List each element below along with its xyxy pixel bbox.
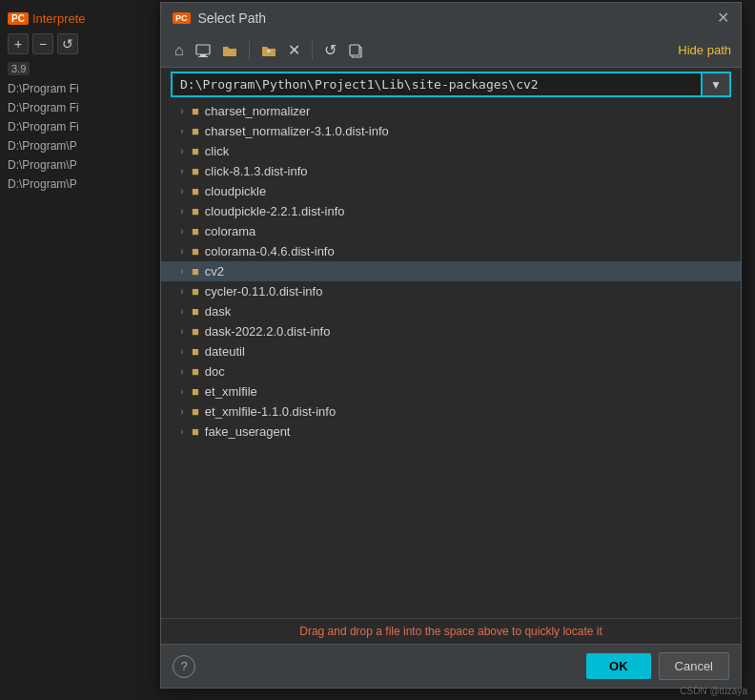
folder-icon: ■ [192,284,199,299]
new-folder-button[interactable]: + [257,42,280,59]
expand-arrow-icon: › [176,386,188,397]
file-list-item[interactable]: ›■cloudpickle-2.2.1.dist-info [161,201,741,221]
file-item-name: click-8.1.3.dist-info [205,164,308,178]
desktop-button[interactable] [192,42,214,59]
folder-icon: ■ [192,164,199,178]
expand-arrow-icon: › [176,426,188,437]
left-list-item[interactable]: D:\Program\P [0,175,153,194]
expand-arrow-icon: › [176,246,188,257]
folder-icon: ■ [192,224,199,238]
file-list-item[interactable]: ›■colorama-0.4.6.dist-info [161,241,741,261]
expand-arrow-icon: › [176,126,188,136]
expand-arrow-icon: › [176,146,188,156]
file-list-item[interactable]: ›■et_xmlfile-1.1.0.dist-info [161,401,741,422]
ok-button[interactable]: OK [586,653,651,679]
file-list-item[interactable]: ›■dateutil [161,341,741,361]
expand-arrow-icon: › [176,166,188,176]
folder-icon: ■ [192,184,199,198]
folder-icon: ■ [192,404,199,419]
left-list-item[interactable]: D:\Program\P [0,155,153,175]
dialog-title: Select Path [198,10,709,26]
file-item-name: dask [205,304,231,319]
left-panel-title: Interprete [32,11,86,26]
file-item-name: dask-2022.2.0.dist-info [205,324,331,339]
left-list-item[interactable]: D:\Program Fi [0,79,153,98]
home-button[interactable]: ⌂ [171,40,188,61]
file-item-name: cycler-0.11.0.dist-info [205,284,323,299]
file-item-name: colorama-0.4.6.dist-info [205,244,335,258]
file-item-name: click [205,144,229,158]
folder-icon: ■ [192,304,199,319]
file-item-name: et_xmlfile-1.1.0.dist-info [205,404,336,419]
file-item-name: et_xmlfile [205,384,257,399]
file-list-item[interactable]: ›■dask [161,301,741,321]
file-list-item[interactable]: ›■cv2 [161,261,741,281]
folder-icon: ■ [192,144,199,158]
folder-icon: ■ [192,104,199,118]
expand-arrow-icon: › [176,186,188,196]
file-list-item[interactable]: ›■charset_normalizer-3.1.0.dist-info [161,121,741,141]
file-list-item[interactable]: ›■charset_normalizer [161,101,741,121]
expand-arrow-icon: › [176,266,188,277]
expand-arrow-icon: › [176,226,188,237]
svg-text:+: + [266,47,271,56]
file-list-item[interactable]: ›■colorama [161,221,741,241]
hide-path-button[interactable]: Hide path [678,43,731,57]
expand-arrow-icon: › [176,326,188,337]
svg-rect-0 [196,45,210,54]
folder-icon: ■ [192,364,199,379]
watermark: CSDN @tuzaya [680,686,747,696]
folder-icon: ■ [192,244,199,258]
expand-arrow-icon: › [176,406,188,417]
expand-arrow-icon: › [176,286,188,297]
expand-arrow-icon: › [176,366,188,377]
svg-rect-1 [200,54,206,56]
path-bar: ▼ [161,68,741,101]
svg-rect-2 [198,56,208,57]
close-button[interactable]: ✕ [717,10,729,26]
file-item-name: charset_normalizer-3.1.0.dist-info [205,124,389,138]
folder-icon: ■ [192,324,199,339]
folder-icon: ■ [192,344,199,359]
file-list-item[interactable]: ›■cloudpickle [161,181,741,201]
file-list-item[interactable]: ›■click [161,141,741,161]
file-list: ›■charset_normalizer›■charset_normalizer… [161,101,741,618]
folder-icon: ■ [192,384,199,399]
file-item-name: fake_useragent [205,424,291,439]
left-list-item[interactable]: D:\Program Fi [0,117,153,136]
path-dropdown-button[interactable]: ▼ [703,72,731,97]
file-item-name: colorama [205,224,255,238]
pc-badge: PC [8,12,29,25]
expand-arrow-icon: › [176,346,188,357]
dialog-icon: PC [173,12,191,24]
file-list-item[interactable]: ›■et_xmlfile [161,381,741,401]
python-version-badge: 3.9 [8,62,30,75]
file-item-name: dateutil [205,344,245,359]
left-list-item[interactable]: D:\Program Fi [0,98,153,117]
delete-button[interactable]: ✕ [284,39,304,61]
select-path-dialog: PC Select Path ✕ ⌂ + ✕ ↺ [160,2,742,689]
add-interpreter-button[interactable]: + [8,33,29,54]
copy-path-button[interactable] [344,41,367,60]
refresh-button[interactable]: ↺ [320,39,340,61]
cancel-button[interactable]: Cancel [659,652,729,680]
file-list-item[interactable]: ›■dask-2022.2.0.dist-info [161,321,741,341]
toolbar-separator2 [312,41,313,60]
dialog-titlebar: PC Select Path ✕ [161,3,741,33]
file-list-item[interactable]: ›■doc [161,361,741,381]
refresh-interpreter-button[interactable]: ↺ [57,33,78,54]
file-list-item[interactable]: ›■click-8.1.3.dist-info [161,161,741,181]
help-button[interactable]: ? [173,655,195,678]
folder-icon: ■ [192,124,199,138]
file-list-item[interactable]: ›■fake_useragent [161,422,741,442]
left-list-item[interactable]: D:\Program\P [0,136,153,155]
open-folder-button[interactable] [218,42,241,59]
folder-icon: ■ [192,204,199,218]
expand-arrow-icon: › [176,106,188,116]
toolbar-separator [249,41,250,60]
drag-hint: Drag and drop a file into the space abov… [161,618,741,644]
path-input[interactable] [171,72,703,97]
remove-interpreter-button[interactable]: − [32,33,53,54]
file-item-name: cloudpickle-2.2.1.dist-info [205,204,345,218]
file-list-item[interactable]: ›■cycler-0.11.0.dist-info [161,281,741,301]
